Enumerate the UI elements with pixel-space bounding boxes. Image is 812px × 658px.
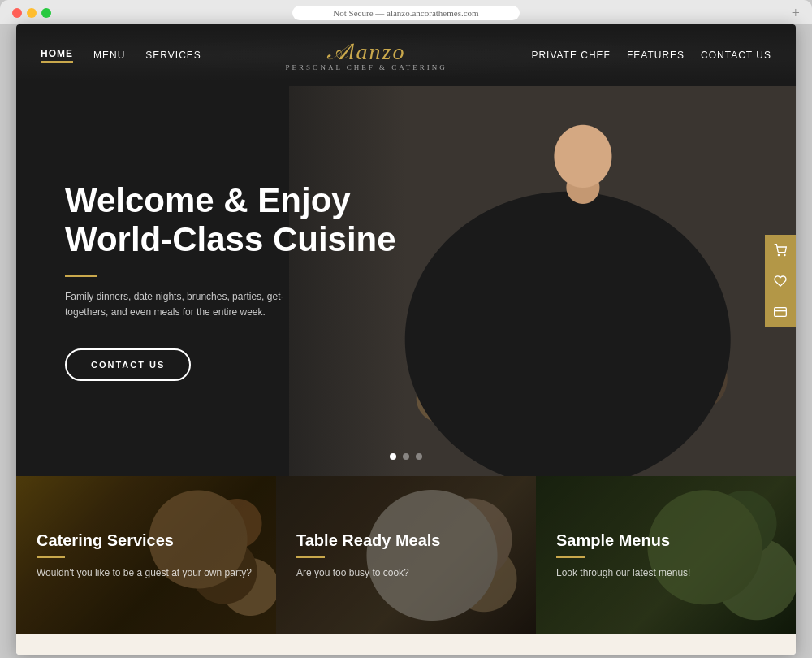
hero-section: Welcome & EnjoyWorld-Class Cuisine Famil… [16,86,796,476]
card-3-divider [556,556,585,558]
svg-rect-2 [775,308,787,317]
hero-slide-dots [390,453,422,460]
main-nav: HOME MENU SERVICES 𝒜lanzo PERSONAL CHEF … [16,24,796,86]
card-2-content: Table Ready Meals Are you too busy to co… [296,531,516,580]
nav-right-links: PRIVATE CHEF FEATURES CONTACT US [531,50,771,61]
cart-icon[interactable] [765,235,796,266]
card-2-title: Table Ready Meals [296,531,516,550]
svg-point-1 [784,254,785,255]
card-3-text: Look through our latest menus! [556,566,775,580]
hero-subtitle: Family dinners, date nights, brunches, p… [65,289,309,320]
hero-content: Welcome & EnjoyWorld-Class Cuisine Famil… [16,86,445,476]
close-button[interactable] [12,8,22,18]
card-2-divider [296,556,325,558]
new-tab-button[interactable]: + [792,5,800,22]
card-1-divider [37,556,65,558]
hero-dot-1[interactable] [390,453,396,460]
svg-point-0 [778,254,779,255]
card-2-text: Are you too busy to cook? [296,566,516,580]
browser-dots [12,8,51,18]
card-1-text: Wouldn't you like to be a guest at your … [37,566,256,580]
minimize-button[interactable] [27,8,37,18]
bookmark-icon[interactable] [765,266,796,297]
logo-a: 𝒜 [327,39,348,64]
browser-titlebar: Not Secure — alanzo.ancorathemes.com + [0,8,812,24]
nav-features-link[interactable]: FEATURES [627,50,685,61]
side-icon-bar [765,235,796,327]
nav-private-chef-link[interactable]: PRIVATE CHEF [531,50,611,61]
hero-divider [65,275,97,277]
hero-dot-3[interactable] [416,453,422,460]
browser-chrome: Not Secure — alanzo.ancorathemes.com + [0,0,812,24]
bottom-cream-bar [16,634,796,655]
url-text: Not Secure — alanzo.ancorathemes.com [333,8,478,18]
site-logo[interactable]: 𝒜lanzo PERSONAL CHEF & CATERING [285,39,447,71]
sample-menus-card[interactable]: Sample Menus Look through our latest men… [536,476,796,634]
card-3-title: Sample Menus [556,531,775,550]
card-1-content: Catering Services Wouldn't you like to b… [37,531,256,580]
website-container: HOME MENU SERVICES 𝒜lanzo PERSONAL CHEF … [16,24,796,655]
feature-cards-row: Catering Services Wouldn't you like to b… [16,476,796,634]
maximize-button[interactable] [41,8,51,18]
card-3-content: Sample Menus Look through our latest men… [556,531,775,580]
nav-home-link[interactable]: HOME [41,48,73,63]
hero-cta-button[interactable]: CONTACT US [65,348,191,381]
nav-contact-link[interactable]: CONTACT US [701,50,771,61]
hero-title: Welcome & EnjoyWorld-Class Cuisine [65,181,404,260]
nav-services-link[interactable]: SERVICES [145,50,201,61]
card-icon[interactable] [765,297,796,327]
nav-menu-link[interactable]: MENU [93,50,125,61]
nav-left-links: HOME MENU SERVICES [41,48,201,63]
logo-subtitle: PERSONAL CHEF & CATERING [285,63,447,71]
catering-services-card[interactable]: Catering Services Wouldn't you like to b… [16,476,276,634]
card-1-title: Catering Services [37,531,256,550]
logo-name: lanzo [348,39,406,64]
hero-dot-2[interactable] [403,453,409,460]
table-ready-meals-card[interactable]: Table Ready Meals Are you too busy to co… [276,476,536,634]
logo-text: 𝒜lanzo [285,39,447,66]
url-bar[interactable]: Not Secure — alanzo.ancorathemes.com [292,6,520,20]
